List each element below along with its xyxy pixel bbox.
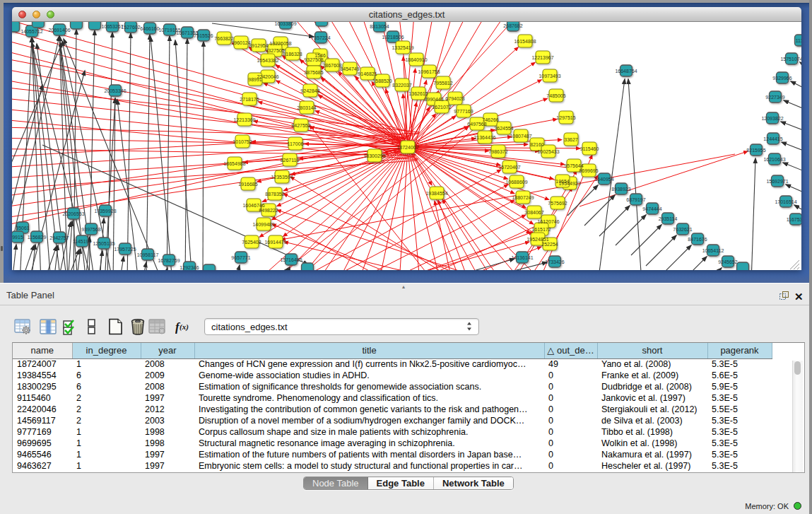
svg-text:7955812: 7955812 (433, 81, 452, 86)
svg-text:9657771: 9657771 (231, 255, 250, 260)
svg-text:20053346: 20053346 (104, 88, 126, 93)
svg-text:7986372: 7986372 (488, 149, 507, 154)
svg-text:10654112: 10654112 (702, 248, 724, 253)
svg-text:8215955: 8215955 (746, 148, 765, 153)
svg-text:15692971: 15692971 (766, 179, 788, 184)
svg-text:10973493: 10973493 (539, 74, 560, 78)
svg-text:117006: 117006 (288, 141, 304, 146)
svg-text:1145194: 1145194 (73, 239, 92, 244)
svg-text:16154808: 16154808 (514, 39, 536, 44)
svg-text:2867608: 2867608 (322, 63, 341, 68)
svg-text:17957225: 17957225 (114, 247, 136, 252)
svg-text:7485005: 7485005 (546, 93, 565, 98)
svg-text:17016514: 17016514 (775, 199, 796, 204)
svg-text:8912954: 8912954 (249, 43, 268, 48)
svg-text:3624554: 3624554 (494, 126, 513, 131)
svg-text:12213967: 12213967 (531, 55, 553, 60)
svg-text:3084067: 3084067 (524, 210, 543, 215)
svg-text:12353594: 12353594 (271, 175, 293, 180)
svg-text:8471676: 8471676 (688, 237, 707, 242)
svg-text:33627: 33627 (564, 137, 578, 142)
svg-text:98991: 98991 (248, 77, 262, 82)
svg-text:7357224: 7357224 (311, 35, 330, 40)
svg-text:16120746: 16120746 (537, 219, 559, 224)
svg-text:16914479: 16914479 (264, 240, 286, 245)
svg-text:35061: 35061 (16, 226, 30, 230)
svg-text:8267110: 8267110 (281, 158, 300, 163)
svg-text:13325419: 13325419 (392, 45, 413, 50)
svg-text:9242848: 9242848 (300, 88, 319, 93)
svg-text:2687682: 2687682 (503, 23, 522, 28)
svg-text:12093822: 12093822 (761, 116, 783, 121)
svg-text:1010752: 1010752 (233, 139, 252, 144)
svg-text:16648764: 16648764 (615, 69, 637, 74)
svg-text:18807249: 18807249 (512, 195, 534, 200)
svg-text:18654988: 18654988 (223, 161, 245, 166)
svg-text:2942757: 2942757 (49, 235, 69, 240)
svg-text:14055712: 14055712 (20, 29, 42, 34)
svg-text:9915: 9915 (12, 235, 23, 240)
svg-text:16033809: 16033809 (274, 22, 296, 26)
svg-text:3875685: 3875685 (304, 70, 323, 75)
svg-text:1916685: 1916685 (238, 182, 257, 187)
svg-text:9327505: 9327505 (265, 48, 284, 53)
svg-text:16210643: 16210643 (763, 157, 785, 162)
svg-text:1292346: 1292346 (180, 265, 199, 270)
svg-text:7515526: 7515526 (194, 33, 213, 38)
svg-text:1244415: 1244415 (763, 136, 782, 141)
svg-text:7625402: 7625402 (242, 240, 261, 245)
svg-text:10961758: 10961758 (418, 69, 440, 74)
svg-text:8186328: 8186328 (283, 52, 302, 57)
svg-text:9474444: 9474444 (642, 206, 661, 211)
svg-text:19218506: 19218506 (382, 35, 404, 40)
svg-text:7632621: 7632621 (673, 227, 692, 232)
svg-text:1297515: 1297515 (556, 115, 575, 120)
svg-text:82160: 82160 (530, 142, 544, 147)
svg-text:15716485: 15716485 (280, 257, 302, 262)
svg-text:12213369: 12213369 (233, 117, 255, 122)
svg-text:8454749: 8454749 (340, 66, 359, 71)
svg-text:2718176: 2718176 (240, 97, 259, 102)
svg-text:9146821: 9146821 (358, 71, 377, 76)
svg-text:16782759: 16782759 (158, 258, 180, 263)
svg-text:1167534: 1167534 (787, 217, 801, 222)
svg-text:10807487: 10807487 (510, 134, 531, 139)
svg-text:1615172: 1615172 (531, 227, 551, 232)
svg-text:6879197: 6879197 (626, 197, 645, 202)
svg-text:10688609: 10688609 (505, 180, 527, 185)
svg-text:13226058: 13226058 (269, 41, 291, 46)
svg-text:9777169: 9777169 (454, 109, 473, 114)
svg-text:14136141: 14136141 (511, 255, 533, 260)
svg-text:9327508: 9327508 (304, 57, 323, 62)
svg-text:14099489: 14099489 (252, 222, 274, 227)
svg-text:252254: 252254 (541, 242, 558, 247)
svg-text:6466160: 6466160 (140, 26, 159, 31)
svg-text:1733426: 1733426 (545, 259, 564, 264)
svg-text:10543382: 10543382 (257, 58, 278, 63)
svg-text:6794028: 6794028 (445, 96, 464, 101)
svg-text:8878352: 8878352 (265, 192, 284, 197)
svg-text:9575644: 9575644 (564, 163, 583, 168)
svg-text:2803144: 2803144 (297, 105, 316, 110)
svg-text:1588520: 1588520 (372, 78, 392, 83)
svg-text:21364436: 21364436 (473, 135, 495, 140)
svg-text:9699695: 9699695 (579, 168, 598, 173)
svg-text:9227349: 9227349 (765, 95, 784, 100)
svg-text:1621072: 1621072 (432, 105, 451, 110)
svg-text:9329966: 9329966 (772, 76, 792, 81)
svg-text:10025433: 10025433 (537, 149, 559, 154)
svg-text:17359928: 17359928 (94, 209, 116, 214)
svg-text:9245652: 9245652 (718, 259, 737, 264)
svg-text:9397568: 9397568 (81, 227, 100, 232)
svg-text:20691406: 20691406 (48, 28, 70, 33)
svg-text:1640954: 1640954 (594, 177, 613, 182)
svg-text:15720407: 15720407 (498, 165, 520, 170)
svg-text:18640910: 18640910 (405, 57, 427, 62)
svg-text:8938923: 8938923 (611, 187, 630, 192)
svg-text:18724007: 18724007 (396, 145, 418, 150)
svg-text:18300295: 18300295 (363, 153, 385, 158)
svg-text:10958117: 10958117 (137, 252, 159, 257)
svg-text:9498222: 9498222 (259, 208, 278, 213)
svg-text:3960124: 3960124 (231, 40, 250, 45)
svg-text:8427552: 8427552 (291, 123, 310, 128)
